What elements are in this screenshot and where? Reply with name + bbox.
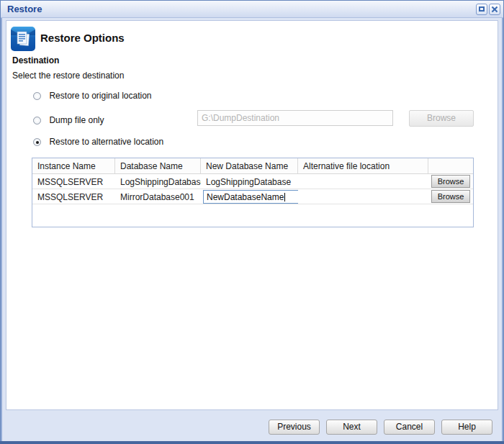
alternative-file-location-cell[interactable] [298, 189, 428, 204]
table-row: MSSQLSERVER MirrorDatabase001 NewDatabas… [32, 189, 473, 204]
new-database-name-input[interactable]: NewDatabaseName [203, 190, 298, 204]
close-button[interactable] [489, 4, 500, 15]
column-header-new-database-name: New Database Name [201, 158, 298, 173]
dump-destination-input[interactable] [197, 110, 393, 126]
text-caret [284, 193, 285, 201]
title-bar[interactable]: Restore [1, 1, 503, 18]
content-panel: Restore Options Destination Select the r… [6, 20, 498, 410]
table-row: MSSQLSERVER LogShippingDatabase LogShipp… [32, 174, 473, 189]
maximize-icon [479, 6, 485, 12]
restore-options-icon [11, 27, 35, 51]
new-database-name-cell: NewDatabaseName [201, 189, 298, 204]
page-title: Restore Options [40, 32, 125, 44]
cancel-button[interactable]: Cancel [384, 420, 435, 435]
window-bottom-border [0, 441, 504, 444]
destination-subtitle: Select the restore destination [12, 71, 124, 81]
next-button[interactable]: Next [326, 420, 377, 435]
restore-dialog-window: Restore [0, 0, 504, 444]
column-header-database-name: Database Name [115, 158, 201, 173]
alternative-file-location-cell[interactable] [298, 174, 428, 189]
maximize-button[interactable] [476, 4, 487, 15]
previous-button[interactable]: Previous [269, 420, 320, 435]
radio-original-location-label: Restore to original location [49, 91, 151, 101]
table-header-row: Instance Name Database Name New Database… [32, 158, 473, 174]
database-name-cell: LogShippingDatabase [115, 174, 201, 189]
radio-dump-file[interactable] [33, 117, 41, 124]
column-header-instance-name: Instance Name [32, 158, 115, 173]
radio-alternative-location-label: Restore to alternative location [49, 137, 163, 147]
browse-cell: Browse [428, 189, 473, 204]
radio-row-alternative-location: Restore to alternative location [33, 135, 163, 145]
dump-browse-button[interactable]: Browse [409, 110, 474, 127]
instance-name-cell: MSSQLSERVER [32, 189, 115, 204]
radio-row-dump-file: Dump file only [33, 113, 104, 123]
radio-original-location[interactable] [33, 92, 41, 100]
browse-cell: Browse [428, 174, 473, 189]
column-header-alternative-file-location: Alternative file location [298, 158, 428, 173]
destination-section-title: Destination [12, 55, 59, 65]
radio-dump-file-label: Dump file only [49, 115, 104, 125]
instance-name-cell: MSSQLSERVER [32, 174, 115, 189]
restore-destination-table: Instance Name Database Name New Database… [32, 158, 474, 227]
row-browse-button[interactable]: Browse [431, 175, 470, 188]
row-browse-button[interactable]: Browse [431, 190, 470, 203]
radio-alternative-location[interactable] [33, 138, 41, 146]
help-button[interactable]: Help [441, 420, 492, 435]
column-header-browse [428, 158, 473, 173]
window-title: Restore [7, 4, 42, 14]
radio-row-original-location: Restore to original location [33, 89, 152, 99]
database-name-cell: MirrorDatabase001 [115, 189, 201, 204]
new-database-name-cell[interactable]: LogShippingDatabase [201, 174, 298, 189]
